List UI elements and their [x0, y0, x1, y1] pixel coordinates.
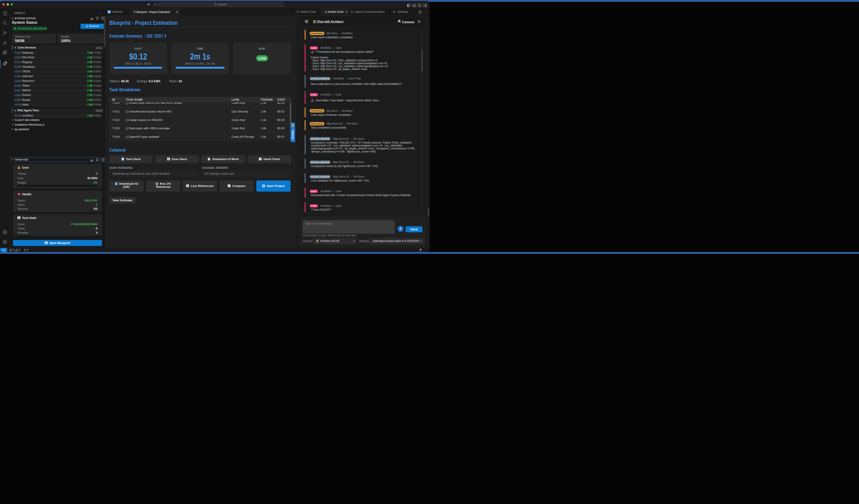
- svg-text:$: $: [18, 167, 19, 169]
